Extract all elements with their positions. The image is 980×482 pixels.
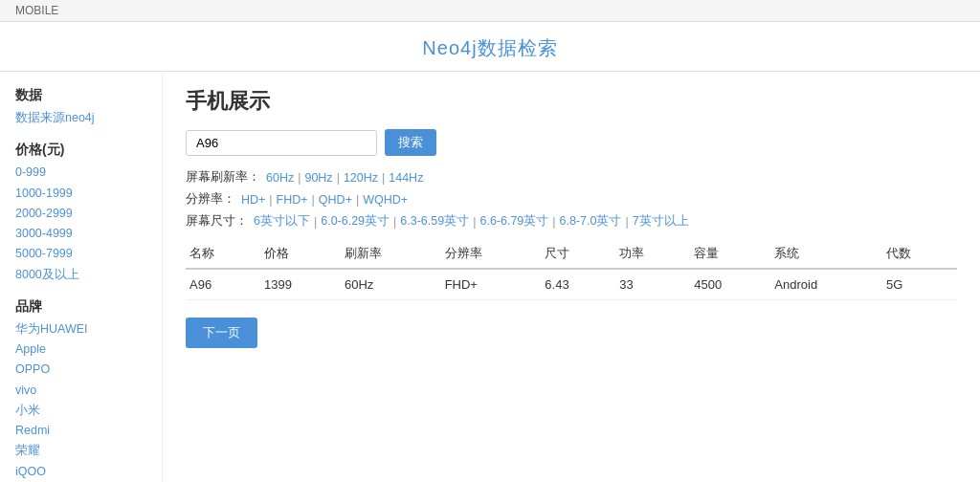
col-resolution: 分辨率: [441, 239, 542, 269]
sidebar-link-price-1000-1999[interactable]: 1000-1999: [15, 184, 146, 204]
filter-size-63-659[interactable]: 6.3-6.59英寸: [400, 213, 469, 230]
sidebar-section-title: 价格(元): [15, 142, 146, 159]
col-gen: 代数: [882, 239, 957, 269]
table-wrap: 名称 价格 刷新率 分辨率 尺寸 功率 容量 系统 代数 A96139960Hz…: [186, 239, 957, 300]
filter-refresh-rate: 屏幕刷新率： 60Hz | 90Hz | 120Hz | 144Hz: [186, 169, 957, 186]
sidebar-link-brand-huawei[interactable]: 华为HUAWEI: [15, 319, 146, 340]
filter-refresh-label: 屏幕刷新率：: [186, 169, 260, 186]
col-refresh: 刷新率: [341, 239, 441, 269]
col-price: 价格: [260, 239, 341, 269]
search-input[interactable]: [186, 130, 377, 156]
sidebar-link-price-8000+[interactable]: 8000及以上: [15, 265, 146, 285]
filter-60hz[interactable]: 60Hz: [266, 171, 294, 185]
filter-size-68-70[interactable]: 6.8-7.0英寸: [560, 213, 622, 230]
sidebar-link-price-2000-2999[interactable]: 2000-2999: [15, 204, 146, 224]
sidebar-section-title: 数据: [15, 87, 146, 104]
sidebar-link-brand-xiaomi[interactable]: 小米: [15, 401, 146, 421]
page-title: Neo4j数据检索: [0, 35, 980, 61]
sidebar-link-price-3000-4999[interactable]: 3000-4999: [15, 224, 146, 244]
sidebar-link-brand-apple[interactable]: Apple: [15, 340, 146, 360]
sidebar-link-price-5000-7999[interactable]: 5000-7999: [15, 244, 146, 264]
filter-hd+[interactable]: HD+: [241, 193, 265, 207]
filter-fhd+[interactable]: FHD+: [277, 193, 308, 207]
table-cell-代数: 5G: [882, 269, 957, 300]
col-name: 名称: [186, 239, 260, 269]
table-cell-系统: Android: [770, 269, 882, 300]
table-cell-分辨率: FHD+: [441, 269, 542, 300]
sidebar-link-brand-vivo[interactable]: vivo: [15, 381, 146, 401]
phones-table: 名称 价格 刷新率 分辨率 尺寸 功率 容量 系统 代数 A96139960Hz…: [186, 239, 957, 300]
filter-size-under6[interactable]: 6英寸以下: [254, 213, 310, 230]
sidebar-link-brand-redmi[interactable]: Redmi: [15, 421, 146, 441]
col-capacity: 容量: [690, 239, 770, 269]
sidebar-link-brand-iqoo[interactable]: iQOO: [15, 462, 146, 482]
filter-size-66-679[interactable]: 6.6-6.79英寸: [479, 213, 548, 230]
sidebar-link-data-source[interactable]: 数据来源neo4j: [15, 108, 146, 128]
filter-screen-size: 屏幕尺寸： 6英寸以下 | 6.0-6.29英寸 | 6.3-6.59英寸 | …: [186, 213, 957, 230]
main-content: 手机展示 搜索 屏幕刷新率： 60Hz | 90Hz | 120Hz | 144…: [163, 72, 980, 482]
filter-qhd+[interactable]: QHD+: [319, 193, 352, 207]
col-os: 系统: [770, 239, 882, 269]
sidebar-link-price-0-999[interactable]: 0-999: [15, 163, 146, 183]
sidebar-link-brand-oppo[interactable]: OPPO: [15, 360, 146, 380]
filter-size-over7[interactable]: 7英寸以上: [633, 213, 689, 230]
col-power: 功率: [615, 239, 690, 269]
sidebar: 数据数据来源neo4j价格(元)0-9991000-19992000-29993…: [0, 72, 163, 482]
table-cell-名称: A96: [186, 269, 260, 300]
table-cell-容量: 4500: [690, 269, 770, 300]
layout: 数据数据来源neo4j价格(元)0-9991000-19992000-29993…: [0, 72, 980, 482]
filter-120hz[interactable]: 120Hz: [344, 171, 378, 185]
filter-90hz[interactable]: 90Hz: [304, 171, 332, 185]
col-size: 尺寸: [541, 239, 615, 269]
search-bar: 搜索: [186, 129, 957, 156]
table-cell-价格: 1399: [260, 269, 341, 300]
filter-size-6-629[interactable]: 6.0-6.29英寸: [321, 213, 390, 230]
filter-wqhd+[interactable]: WQHD+: [363, 193, 408, 207]
header: Neo4j数据检索: [0, 22, 980, 72]
filter-resolution: 分辨率： HD+ | FHD+ | QHD+ | WQHD+: [186, 191, 957, 208]
next-page-button[interactable]: 下一页: [186, 318, 257, 348]
table-cell-功率: 33: [615, 269, 690, 300]
top-bar: MOBILE: [0, 0, 980, 22]
table-header-row: 名称 价格 刷新率 分辨率 尺寸 功率 容量 系统 代数: [186, 239, 957, 269]
filter-size-label: 屏幕尺寸：: [186, 213, 248, 230]
filter-144hz[interactable]: 144Hz: [389, 171, 423, 185]
sidebar-section-title: 品牌: [15, 298, 146, 316]
filter-resolution-label: 分辨率：: [186, 191, 235, 208]
table-cell-刷新率: 60Hz: [341, 269, 441, 300]
table-row: A96139960HzFHD+6.43334500Android5G: [186, 269, 957, 300]
main-title: 手机展示: [186, 87, 957, 116]
search-button[interactable]: 搜索: [385, 129, 436, 156]
table-cell-尺寸: 6.43: [541, 269, 615, 300]
sidebar-link-brand-honor[interactable]: 荣耀: [15, 441, 146, 461]
top-bar-label: MOBILE: [15, 4, 58, 17]
